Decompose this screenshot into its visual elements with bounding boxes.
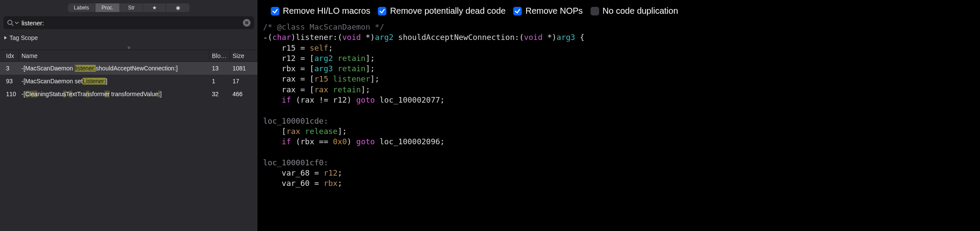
tab-favorites[interactable]: ★ <box>143 3 166 12</box>
option-checkbox[interactable]: No code duplication <box>591 6 678 16</box>
right-panel: Remove HI/LO macrosRemove potentially de… <box>258 0 980 231</box>
table-header: Idx Name Blo… Size <box>0 50 257 62</box>
cell-size: 466 <box>230 91 254 97</box>
checkbox-checked-icon <box>271 7 279 15</box>
table-row[interactable]: 110-[CleaningStatusTextTransformer trans… <box>0 88 257 100</box>
option-checkbox[interactable]: Remove NOPs <box>513 6 582 16</box>
option-label: Remove potentially dead code <box>390 6 505 16</box>
procedures-table: Idx Name Blo… Size 3-[MacScanDaemon list… <box>0 50 257 231</box>
table-body: 3-[MacScanDaemon listener:shouldAcceptNe… <box>0 62 257 100</box>
cell-name: -[MacScanDaemon listener:shouldAcceptNew… <box>19 65 209 72</box>
cell-idx: 93 <box>3 78 19 85</box>
star-icon: ★ <box>152 5 157 11</box>
cell-idx: 110 <box>3 91 19 97</box>
close-icon <box>245 21 249 25</box>
col-blocks[interactable]: Blo… <box>209 50 230 61</box>
checkbox-checked-icon <box>378 7 386 15</box>
option-label: Remove NOPs <box>525 6 582 16</box>
triangle-right-icon <box>3 36 8 40</box>
cell-name: -[CleaningStatusTextTransformer transfor… <box>19 91 209 97</box>
cell-blocks: 32 <box>209 91 230 97</box>
col-name[interactable]: Name <box>19 50 209 61</box>
table-row[interactable]: 3-[MacScanDaemon listener:shouldAcceptNe… <box>0 62 257 75</box>
clear-search-button[interactable] <box>243 19 251 27</box>
table-row[interactable]: 93-[MacScanDaemon setListener:]117 <box>0 75 257 88</box>
svg-line-1 <box>12 24 13 26</box>
cell-blocks: 1 <box>209 78 230 85</box>
decompiled-code[interactable]: /* @class MacScanDaemon */-(char)listene… <box>258 22 980 194</box>
search-row <box>0 15 257 32</box>
left-panel: Labels Proc. Str ★ ◉ Tag Scope I <box>0 0 258 231</box>
svg-point-0 <box>8 20 12 24</box>
tab-dot[interactable]: ◉ <box>166 3 190 12</box>
search-input[interactable] <box>19 19 243 27</box>
option-checkbox[interactable]: Remove potentially dead code <box>378 6 505 16</box>
cell-name: -[MacScanDaemon setListener:] <box>19 78 209 85</box>
chevron-down-icon[interactable] <box>15 21 19 25</box>
segmented-tabs-container: Labels Proc. Str ★ ◉ <box>0 0 257 15</box>
tab-proc[interactable]: Proc. <box>95 3 120 12</box>
tag-scope-toggle[interactable]: Tag Scope <box>0 32 257 44</box>
tag-scope-label: Tag Scope <box>9 34 38 41</box>
cell-size: 17 <box>230 78 254 85</box>
tab-str[interactable]: Str <box>120 3 143 12</box>
segmented-tabs: Labels Proc. Str ★ ◉ <box>68 3 190 12</box>
cell-blocks: 13 <box>209 65 230 72</box>
search-field[interactable] <box>3 16 254 29</box>
cell-size: 1081 <box>230 65 254 72</box>
decompiler-options: Remove HI/LO macrosRemove potentially de… <box>258 0 980 22</box>
drag-handle[interactable] <box>0 44 257 50</box>
search-icon <box>7 19 14 26</box>
cell-idx: 3 <box>3 65 19 72</box>
tab-labels[interactable]: Labels <box>68 3 95 12</box>
checkbox-unchecked-icon <box>591 7 599 15</box>
option-label: Remove HI/LO macros <box>283 6 370 16</box>
col-size[interactable]: Size <box>230 50 254 61</box>
drag-dot-icon <box>128 46 130 49</box>
col-idx[interactable]: Idx <box>3 50 19 61</box>
checkbox-checked-icon <box>513 7 522 15</box>
option-checkbox[interactable]: Remove HI/LO macros <box>271 6 370 16</box>
option-label: No code duplication <box>603 6 678 16</box>
dot-icon: ◉ <box>176 5 180 11</box>
